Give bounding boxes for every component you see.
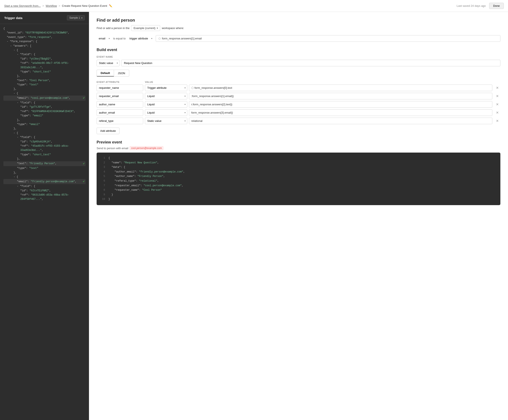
code-line: }, xyxy=(3,87,86,91)
done-button[interactable]: Done xyxy=(489,3,504,9)
chevron-down-icon: ▾ xyxy=(81,17,82,19)
code-text: } xyxy=(108,193,113,197)
attr-name-1[interactable] xyxy=(97,84,143,91)
attr-row-5: Static value relational ✕ xyxy=(97,118,500,124)
attr-type-wrapper-1[interactable]: Trigger attribute xyxy=(145,84,187,91)
code-line: - { xyxy=(3,131,86,135)
attr-name-3[interactable] xyxy=(97,101,143,108)
code-line: - "answers": [ xyxy=(3,44,86,48)
workspace-selector[interactable]: Example (current) ▾ xyxy=(131,25,160,31)
code-line: 6 "referal_type": "relational", xyxy=(101,179,496,184)
code-line: 10} xyxy=(101,197,496,202)
attr-name-2[interactable] xyxy=(97,93,143,99)
preview-section: Preview event Send to person with email … xyxy=(97,140,500,205)
code-text: "author_name": "Friendly Person", xyxy=(108,174,165,179)
code-line: "id": "yt3kejTBdgD2", xyxy=(3,57,86,61)
code-line: "ref": "06313d06-d53a-40ba-857b-204f50f4… xyxy=(3,193,86,202)
attr-type-wrapper-4[interactable]: Liquid xyxy=(145,109,187,116)
code-line: 1{ xyxy=(101,156,496,161)
filter-operator-text: is equal to xyxy=(113,37,126,40)
find-person-description: Find or add a person in the xyxy=(97,26,129,30)
filter-value-text: form_response.answers[1].email xyxy=(162,37,202,40)
line-number: 9 xyxy=(101,193,105,197)
highlighted-code-line: "text": "Frinedly Person", ✔ xyxy=(3,161,86,166)
line-number: 4 xyxy=(101,170,105,174)
code-line: }, xyxy=(3,127,86,131)
line-number: 5 xyxy=(101,174,105,179)
code-line: }, xyxy=(3,118,86,122)
attr-name-5[interactable] xyxy=(97,118,143,124)
code-line: "ref": "01FPXAM6K4EXCXGSK8KWF2D4CX", xyxy=(3,109,86,113)
static-value-wrapper[interactable]: Static value xyxy=(97,60,120,66)
code-line: }, xyxy=(3,74,86,78)
attr-col2-label: VALUE xyxy=(145,81,187,83)
highlighted-code-line: "email": "cool.person@example.com", ✔ xyxy=(3,96,86,101)
code-line: - "form_response": { xyxy=(3,39,86,44)
preview-email: cool.person@example.com xyxy=(130,146,164,150)
attr-row-1: Trigger attribute ⬡form_response.answers… xyxy=(97,84,500,91)
tab-json[interactable]: JSON xyxy=(114,70,129,76)
workspace-label: Example (current) xyxy=(134,26,155,30)
breadcrumb-link-1[interactable]: Start a new Storyworth from... xyxy=(4,4,41,8)
header-right: Last saved 24 days ago Done xyxy=(457,3,504,9)
last-saved-text: Last saved 24 days ago xyxy=(457,4,486,8)
code-line: "type": "text" xyxy=(3,166,86,170)
code-line: { xyxy=(3,26,86,31)
attr-type-select-5[interactable]: Static value xyxy=(145,118,187,124)
tab-default[interactable]: Default xyxy=(97,70,114,76)
attr-type-select-4[interactable]: Liquid xyxy=(145,109,187,116)
attr-type-select-3[interactable]: Liquid xyxy=(145,101,187,108)
breadcrumb-link-2[interactable]: Workflow xyxy=(46,4,57,8)
code-line: 8 "requester_name": "Cool Person" xyxy=(101,188,496,193)
breadcrumb-sep-2: > xyxy=(59,4,60,8)
attr-type-select-1[interactable]: Trigger attribute xyxy=(145,84,187,91)
filter-field-select[interactable]: email xyxy=(97,35,112,42)
check-icon: ✔ xyxy=(83,96,85,101)
code-line: - { xyxy=(3,91,86,96)
edit-icon[interactable]: ✏️ xyxy=(109,4,112,8)
code-line: "type": "email" xyxy=(3,122,86,127)
sample-label: Sample 1 xyxy=(69,16,80,19)
event-name-type-select[interactable]: Static value xyxy=(97,60,120,66)
remove-attr-btn-1[interactable]: ✕ xyxy=(494,85,500,91)
attr-name-4[interactable] xyxy=(97,109,143,116)
attr-type-select-2[interactable]: Liquid xyxy=(145,93,187,99)
attr-value-5: relational xyxy=(189,118,492,124)
line-number: 8 xyxy=(101,188,105,193)
preview-subtitle-text: Send to person with email xyxy=(97,147,128,150)
code-text: "requester_email": "cool.person@example.… xyxy=(108,184,183,188)
build-section: Build event EVENT NAME Static value Defa… xyxy=(97,48,500,134)
trigger-title: Trigger data xyxy=(4,16,22,20)
attr-type-wrapper-5[interactable]: Static value xyxy=(145,118,187,124)
right-panel: Find or add person Find or add a person … xyxy=(89,12,508,420)
attr-row-2: Liquid :form_response.answers[1].email}}… xyxy=(97,93,500,99)
highlighted-code-line: "email": "friendly.person@example.com", … xyxy=(3,179,86,184)
line-number: 10 xyxy=(101,197,105,202)
code-line: "ref": "45ad01fc-ef03-4193-a6ca-33ad63e3… xyxy=(3,144,86,153)
code-text: "name": "Request New Question", xyxy=(108,161,159,165)
code-line: "type": "text" xyxy=(3,83,86,87)
code-line: "text": "Cool Person", xyxy=(3,78,86,83)
sample-selector[interactable]: Sample 1 ▾ xyxy=(67,15,85,20)
code-line: - { xyxy=(3,48,86,52)
remove-attr-btn-5[interactable]: ✕ xyxy=(494,118,500,124)
trigger-attr-select[interactable]: trigger attribute xyxy=(127,35,154,42)
header: Start a new Storyworth from... > Workflo… xyxy=(0,0,508,12)
trigger-header: Trigger data Sample 1 ▾ xyxy=(0,12,89,24)
attr-type-wrapper-3[interactable]: Liquid xyxy=(145,101,187,108)
remove-attr-btn-2[interactable]: ✕ xyxy=(494,93,500,99)
breadcrumb: Start a new Storyworth from... > Workflo… xyxy=(4,4,112,8)
code-line: - "field": { xyxy=(3,135,86,139)
preview-event-title: Preview event xyxy=(97,140,500,144)
trigger-panel: Trigger data Sample 1 ▾ { "event_id": "0… xyxy=(0,12,89,420)
filter-field-wrapper[interactable]: email xyxy=(97,35,112,42)
remove-attr-btn-3[interactable]: ✕ xyxy=(494,102,500,107)
trigger-attr-wrapper[interactable]: trigger attribute xyxy=(127,35,154,42)
event-name-row: Static value xyxy=(97,60,500,66)
remove-attr-btn-4[interactable]: ✕ xyxy=(494,110,500,115)
event-name-input[interactable] xyxy=(121,60,500,66)
cube-icon: ⬡ xyxy=(158,37,161,40)
add-attribute-button[interactable]: Add attribute xyxy=(97,128,120,134)
attr-row-4: Liquid form_response.answers[3].email}} … xyxy=(97,109,500,116)
attr-type-wrapper-2[interactable]: Liquid xyxy=(145,93,187,99)
